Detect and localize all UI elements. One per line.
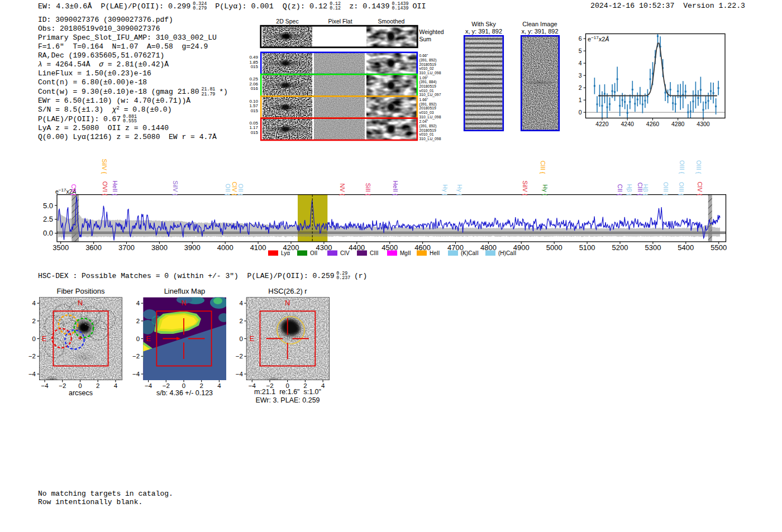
svg-text:OVI {: OVI { <box>102 181 108 196</box>
svg-text:Sum: Sum <box>419 36 432 42</box>
svg-text:HeII {: HeII { <box>112 181 118 196</box>
svg-text:3500: 3500 <box>53 243 69 252</box>
svg-text:20180519: 20180519 <box>419 106 436 110</box>
svg-text:2D Spec: 2D Spec <box>276 18 298 25</box>
svg-text:SiIV {: SiIV { <box>172 181 179 196</box>
svg-text:−4: −4 <box>132 371 140 377</box>
svg-text:1.66": 1.66" <box>419 98 428 102</box>
svg-text:2: 2 <box>239 318 242 324</box>
svg-text:Weighted: Weighted <box>419 28 444 35</box>
svg-text:016: 016 <box>251 86 259 91</box>
svg-text:Hγ {: Hγ { <box>456 184 463 196</box>
svg-text:m:21.1 re:1.6" s:1.0": m:21.1 re:1.6" s:1.0" <box>254 388 321 396</box>
svg-text:CII {: CII { <box>70 184 77 196</box>
svg-text:CII {: CII { <box>617 184 623 196</box>
svg-text:N: N <box>181 299 186 307</box>
svg-text:5400: 5400 <box>678 243 694 252</box>
svg-text:Lyα: Lyα <box>281 250 290 256</box>
svg-text:2.5: 2.5 <box>43 215 53 223</box>
svg-text:−2: −2 <box>28 353 36 360</box>
svg-text:(H)CaII: (H)CaII <box>498 250 516 256</box>
svg-text:OII {: OII { <box>237 184 244 196</box>
svg-text:4260: 4260 <box>646 121 660 127</box>
svg-text:CIII {: CIII { <box>540 161 546 174</box>
svg-text:310_LU_098: 310_LU_098 <box>419 115 441 119</box>
svg-text:SiIV {: SiIV { <box>522 181 528 196</box>
svg-text:2.04": 2.04" <box>419 119 428 123</box>
svg-text:4: 4 <box>579 60 582 66</box>
svg-text:310_LU_098: 310_LU_098 <box>419 137 441 141</box>
svg-text:Lineflux Map: Lineflux Map <box>164 287 206 295</box>
svg-text:With Sky: With Sky <box>471 21 496 27</box>
svg-text:N: N <box>285 299 290 307</box>
svg-text:HeII {: HeII { <box>392 181 399 196</box>
svg-text:Clean Image: Clean Image <box>522 21 557 27</box>
svg-text:4240: 4240 <box>621 121 635 127</box>
svg-text:x, y: 391, 892: x, y: 391, 892 <box>465 28 502 35</box>
svg-text:4: 4 <box>136 300 140 306</box>
svg-text:−2: −2 <box>132 353 140 360</box>
svg-text:0: 0 <box>239 336 242 342</box>
svg-text:OIII {: OIII { <box>695 160 702 174</box>
svg-text:HSC(26.2) r: HSC(26.2) r <box>268 287 307 295</box>
svg-text:E: E <box>250 335 254 343</box>
svg-text:4: 4 <box>114 382 118 389</box>
svg-text:−4: −4 <box>236 371 244 377</box>
svg-text:OIII {: OIII { <box>662 182 669 196</box>
svg-text:HeII: HeII <box>430 250 440 256</box>
svg-text:2: 2 <box>96 382 99 389</box>
svg-text:310_LU_098: 310_LU_098 <box>419 71 441 75</box>
svg-text:4000: 4000 <box>217 243 233 252</box>
svg-text:4100: 4100 <box>250 243 266 252</box>
svg-text:arcsecs: arcsecs <box>69 389 93 397</box>
svg-text:0: 0 <box>78 382 82 389</box>
svg-text:CIII: CIII <box>370 250 379 256</box>
svg-text:015: 015 <box>251 108 259 113</box>
svg-text:N: N <box>78 299 83 307</box>
svg-text:0: 0 <box>136 336 140 342</box>
svg-text:5.0: 5.0 <box>43 202 53 210</box>
svg-text:E: E <box>42 335 46 343</box>
svg-text:OII: OII <box>310 250 317 256</box>
svg-text:0: 0 <box>32 336 36 342</box>
svg-text:4220: 4220 <box>595 121 609 127</box>
svg-text:4400: 4400 <box>349 243 365 252</box>
svg-text:E: E <box>146 335 150 343</box>
svg-text:20180519: 20180519 <box>419 128 436 132</box>
svg-text:OIII {: OIII { <box>679 160 685 174</box>
svg-text:−2: −2 <box>163 382 170 389</box>
svg-text:3: 3 <box>579 72 582 79</box>
svg-text:2: 2 <box>579 84 582 91</box>
svg-text:0: 0 <box>182 382 185 389</box>
svg-text:Hβ {: Hβ { <box>626 184 633 195</box>
svg-text:Smoothed: Smoothed <box>378 18 405 25</box>
svg-text:Hβ {: Hβ { <box>642 184 649 195</box>
svg-text:5000: 5000 <box>546 243 562 252</box>
svg-text:Hγ {: Hγ { <box>542 184 549 196</box>
svg-text:4: 4 <box>321 382 325 389</box>
svg-text:1.09": 1.09" <box>419 76 428 80</box>
svg-text:015: 015 <box>251 130 259 135</box>
svg-text:2: 2 <box>32 318 36 324</box>
svg-text:NV {: NV { <box>339 183 346 195</box>
svg-text:4: 4 <box>32 300 36 306</box>
svg-text:Fiber Positions: Fiber Positions <box>57 287 105 295</box>
svg-text:20180519: 20180519 <box>419 63 436 66</box>
svg-text:0.0: 0.0 <box>43 229 53 237</box>
svg-text:5300: 5300 <box>645 243 661 252</box>
svg-text:EWr: 3. PLAE: 0.259: EWr: 3. PLAE: 0.259 <box>255 396 320 404</box>
svg-text:s/b: 4.36 +/- 0.123: s/b: 4.36 +/- 0.123 <box>156 389 213 397</box>
svg-text:−4: −4 <box>145 382 152 389</box>
svg-text:−2: −2 <box>59 382 66 389</box>
svg-text:(K)CaII: (K)CaII <box>461 250 479 256</box>
svg-text:20180519: 20180519 <box>419 84 436 88</box>
svg-text:5200: 5200 <box>612 243 628 252</box>
svg-text:4600: 4600 <box>414 243 431 252</box>
svg-text:−4: −4 <box>28 371 36 377</box>
svg-text:4300: 4300 <box>697 121 710 127</box>
svg-text:4500: 4500 <box>382 243 398 252</box>
svg-text:1: 1 <box>579 97 582 103</box>
svg-text:0.66": 0.66" <box>419 54 428 57</box>
svg-text:OIII {: OIII { <box>678 182 685 196</box>
svg-text:4800: 4800 <box>480 243 497 252</box>
